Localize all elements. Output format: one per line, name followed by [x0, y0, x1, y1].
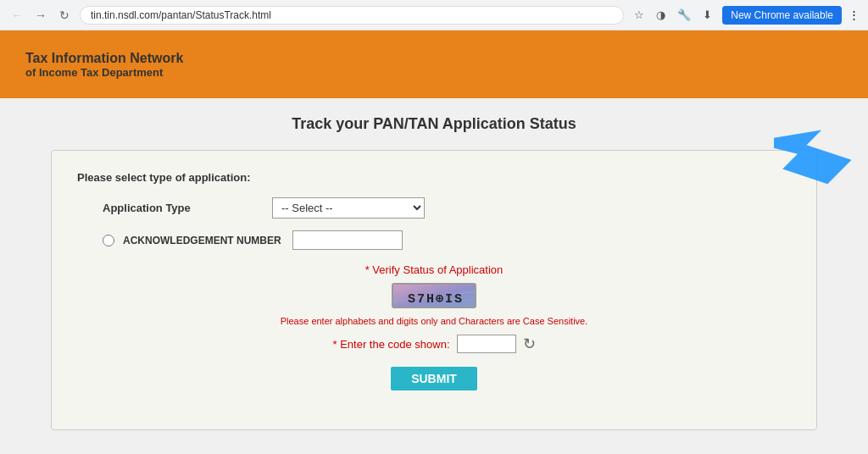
page-title: Track your PAN/TAN Application Status — [51, 115, 817, 133]
refresh-captcha-icon[interactable]: ↻ — [523, 335, 536, 353]
enter-code-label: * Enter the code shown: — [332, 338, 449, 351]
captcha-note: Please enter alphabets and digits only a… — [77, 316, 791, 326]
page-wrapper: Tax Information Network of Income Tax De… — [0, 30, 868, 454]
captcha-container: S7H⊕IS — [392, 283, 476, 311]
forward-button[interactable]: → — [32, 7, 49, 24]
bookmark-icon[interactable]: ☆ — [631, 7, 648, 23]
enter-code-row: * Enter the code shown: ↻ — [77, 335, 791, 353]
back-button[interactable]: ← — [8, 7, 25, 24]
address-bar[interactable]: tin.tin.nsdl.com/pantan/StatusTrack.html — [80, 6, 624, 25]
application-type-row: Application Type -- Select -- PAN TAN — [77, 197, 791, 219]
header-title-line1: Tax Information Network — [25, 51, 183, 66]
captcha-code-input[interactable] — [457, 335, 516, 353]
section-label: Please select type of application: — [77, 171, 791, 184]
acknowledgement-row: ACKNOWLEDGEMENT NUMBER — [77, 230, 791, 250]
acknowledgement-input-wrap — [292, 230, 791, 250]
verify-section: * Verify Status of Application S7H⊕IS — [77, 263, 791, 390]
captcha-image: S7H⊕IS — [392, 283, 476, 308]
url-text: tin.tin.nsdl.com/pantan/StatusTrack.html — [91, 9, 271, 21]
main-content: Track your PAN/TAN Application Status Pl… — [0, 98, 868, 447]
browser-chrome: ← → ↻ tin.tin.nsdl.com/pantan/StatusTrac… — [0, 0, 868, 30]
extensions-icon[interactable]: 🔧 — [674, 7, 694, 23]
application-type-select[interactable]: -- Select -- PAN TAN — [272, 197, 425, 219]
menu-icon[interactable]: ⋮ — [849, 8, 860, 21]
svg-text:S7H⊕IS: S7H⊕IS — [408, 292, 464, 307]
submit-button[interactable]: SUBMIT — [391, 367, 477, 390]
verify-label: * Verify Status of Application — [77, 263, 791, 276]
acknowledgement-input[interactable] — [292, 230, 403, 250]
acknowledgement-radio[interactable] — [103, 235, 114, 246]
site-header: Tax Information Network of Income Tax De… — [0, 30, 868, 98]
application-type-label: Application Type — [103, 202, 272, 214]
application-type-control: -- Select -- PAN TAN — [272, 197, 791, 219]
ntp-icon[interactable]: ◑ — [653, 7, 669, 23]
header-title-line2: of Income Tax Department — [25, 66, 163, 79]
reload-button[interactable]: ↻ — [56, 7, 73, 24]
acknowledgement-label: ACKNOWLEDGEMENT NUMBER — [123, 235, 292, 246]
new-chrome-button[interactable]: New Chrome available — [722, 6, 842, 25]
form-container: Please select type of application: Appli… — [51, 150, 817, 430]
save-icon[interactable]: ⬇ — [699, 7, 715, 23]
browser-icons: ☆ ◑ 🔧 ⬇ — [631, 7, 715, 23]
submit-row: SUBMIT — [77, 367, 791, 390]
svg-marker-0 — [774, 130, 852, 202]
